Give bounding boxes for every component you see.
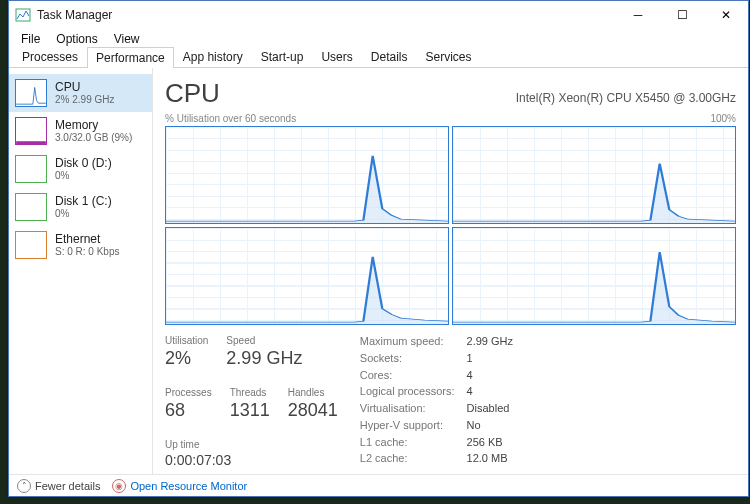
info-val: Disabled — [467, 402, 513, 418]
open-resource-monitor-link[interactable]: ◉ Open Resource Monitor — [112, 479, 247, 493]
app-icon — [15, 7, 31, 23]
window-title: Task Manager — [37, 8, 616, 22]
tab-app-history[interactable]: App history — [174, 46, 252, 67]
info-key: Virtualisation: — [360, 402, 455, 418]
open-resource-monitor-label: Open Resource Monitor — [130, 480, 247, 492]
svg-marker-4 — [166, 257, 448, 324]
disk-thumb-icon — [15, 155, 47, 183]
info-key: Logical processors: — [360, 385, 455, 401]
sidebar-item-sub: 2% 2.99 GHz — [55, 94, 114, 106]
stat-threads: 1311 — [230, 400, 270, 421]
stat-label: Speed — [226, 335, 302, 346]
info-val: 12.0 MB — [467, 452, 513, 468]
sidebar-item-memory[interactable]: Memory 3.0/32.0 GB (9%) — [9, 112, 152, 150]
menu-options[interactable]: Options — [48, 30, 105, 48]
sidebar-item-ethernet[interactable]: Ethernet S: 0 R: 0 Kbps — [9, 226, 152, 264]
disk-thumb-icon — [15, 193, 47, 221]
chevron-up-icon: ˄ — [17, 479, 31, 493]
info-val: 1 — [467, 352, 513, 368]
svg-rect-1 — [16, 141, 46, 144]
stat-utilisation: 2% — [165, 348, 208, 369]
statusbar: ˄ Fewer details ◉ Open Resource Monitor — [9, 474, 748, 496]
maximize-button[interactable]: ☐ — [660, 1, 704, 29]
svg-marker-2 — [166, 156, 448, 223]
ethernet-thumb-icon — [15, 231, 47, 259]
chart-caption-left: % Utilisation over 60 seconds — [165, 113, 296, 124]
sidebar-item-label: Ethernet — [55, 232, 119, 246]
titlebar[interactable]: Task Manager ─ ☐ ✕ — [9, 1, 748, 29]
info-key: Hyper-V support: — [360, 419, 455, 435]
menu-file[interactable]: File — [13, 30, 48, 48]
task-manager-window: Task Manager ─ ☐ ✕ File Options View Pro… — [8, 0, 749, 497]
window-controls: ─ ☐ ✕ — [616, 1, 748, 29]
info-key: Cores: — [360, 369, 455, 385]
menu-view[interactable]: View — [106, 30, 148, 48]
svg-marker-5 — [453, 252, 735, 324]
stat-label: Handles — [288, 387, 338, 398]
chart-caption-right: 100% — [710, 113, 736, 124]
content: CPU 2% 2.99 GHz Memory 3.0/32.0 GB (9%) … — [9, 68, 748, 474]
info-key: Maximum speed: — [360, 335, 455, 351]
sidebar-item-sub: S: 0 R: 0 Kbps — [55, 246, 119, 258]
cpu-chart-3 — [452, 227, 736, 325]
cpu-charts — [165, 126, 736, 325]
sidebar-item-label: Disk 1 (C:) — [55, 194, 112, 208]
info-key: L2 cache: — [360, 452, 455, 468]
tab-processes[interactable]: Processes — [13, 46, 87, 67]
page-title: CPU — [165, 78, 220, 109]
stat-label: Up time — [165, 439, 338, 450]
stat-uptime: 0:00:07:03 — [165, 452, 338, 468]
info-val: No — [467, 419, 513, 435]
sidebar: CPU 2% 2.99 GHz Memory 3.0/32.0 GB (9%) … — [9, 68, 153, 474]
memory-thumb-icon — [15, 117, 47, 145]
sidebar-item-label: Memory — [55, 118, 132, 132]
stat-processes: 68 — [165, 400, 212, 421]
sidebar-item-label: Disk 0 (D:) — [55, 156, 112, 170]
tabs: Processes Performance App history Start-… — [9, 48, 748, 68]
cpu-chart-2 — [165, 227, 449, 325]
tab-performance[interactable]: Performance — [87, 47, 174, 68]
sidebar-item-cpu[interactable]: CPU 2% 2.99 GHz — [9, 74, 152, 112]
svg-marker-3 — [453, 163, 735, 223]
stat-handles: 28041 — [288, 400, 338, 421]
tab-details[interactable]: Details — [362, 46, 417, 67]
info-val: 4 — [467, 369, 513, 385]
cpu-info: Maximum speed:2.99 GHz Sockets:1 Cores:4… — [360, 335, 513, 468]
monitor-icon: ◉ — [112, 479, 126, 493]
tab-services[interactable]: Services — [416, 46, 480, 67]
info-val: 256 KB — [467, 436, 513, 452]
info-key: Sockets: — [360, 352, 455, 368]
sidebar-item-label: CPU — [55, 80, 114, 94]
sidebar-item-disk1[interactable]: Disk 1 (C:) 0% — [9, 188, 152, 226]
sidebar-item-sub: 0% — [55, 170, 112, 182]
info-val: 4 — [467, 385, 513, 401]
main-panel: CPU Intel(R) Xeon(R) CPU X5450 @ 3.00GHz… — [153, 68, 748, 474]
stat-label: Utilisation — [165, 335, 208, 346]
info-key: L1 cache: — [360, 436, 455, 452]
stat-speed: 2.99 GHz — [226, 348, 302, 369]
close-button[interactable]: ✕ — [704, 1, 748, 29]
stat-label: Threads — [230, 387, 270, 398]
fewer-details-label: Fewer details — [35, 480, 100, 492]
minimize-button[interactable]: ─ — [616, 1, 660, 29]
stat-label: Processes — [165, 387, 212, 398]
tab-startup[interactable]: Start-up — [252, 46, 313, 67]
cpu-chart-1 — [452, 126, 736, 224]
sidebar-item-sub: 3.0/32.0 GB (9%) — [55, 132, 132, 144]
sidebar-item-sub: 0% — [55, 208, 112, 220]
fewer-details-button[interactable]: ˄ Fewer details — [17, 479, 100, 493]
stats: Utilisation 2% Speed 2.99 GHz Processes … — [165, 325, 736, 468]
cpu-thumb-icon — [15, 79, 47, 107]
tab-users[interactable]: Users — [312, 46, 361, 67]
cpu-model-name: Intel(R) Xeon(R) CPU X5450 @ 3.00GHz — [516, 91, 736, 105]
info-val: 2.99 GHz — [467, 335, 513, 351]
sidebar-item-disk0[interactable]: Disk 0 (D:) 0% — [9, 150, 152, 188]
cpu-chart-0 — [165, 126, 449, 224]
